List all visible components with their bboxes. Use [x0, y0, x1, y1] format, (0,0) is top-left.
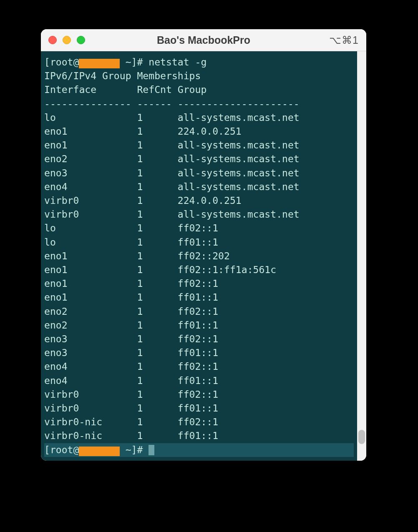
minimize-icon[interactable]	[63, 36, 71, 44]
window-title: Bao's MacbookPro	[41, 34, 366, 46]
scrollbar-track[interactable]	[357, 51, 366, 461]
redacted-hostname	[79, 447, 119, 456]
terminal-viewport[interactable]: [root@ ~]# netstat -g IPv6/IPv4 Group Me…	[41, 51, 357, 461]
terminal-output[interactable]: [root@ ~]# netstat -g IPv6/IPv4 Group Me…	[41, 51, 357, 457]
cursor-icon	[149, 445, 154, 455]
traffic-lights	[48, 36, 85, 44]
zoom-icon[interactable]	[77, 36, 85, 44]
close-icon[interactable]	[48, 36, 57, 44]
scrollbar-thumb[interactable]	[358, 430, 365, 444]
titlebar: Bao's MacbookPro ⌥⌘1	[41, 29, 366, 51]
redacted-hostname	[79, 59, 119, 68]
tab-shortcut: ⌥⌘1	[329, 34, 359, 46]
window-body: [root@ ~]# netstat -g IPv6/IPv4 Group Me…	[41, 51, 366, 461]
terminal-window: Bao's MacbookPro ⌥⌘1 [root@ ~]# netstat …	[41, 29, 366, 461]
